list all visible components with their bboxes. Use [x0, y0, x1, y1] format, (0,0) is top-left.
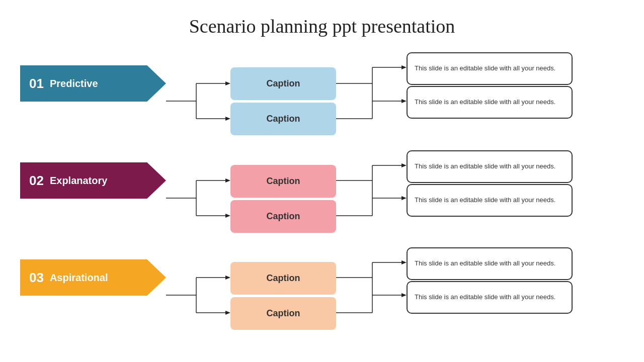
- svg-marker-19: [225, 214, 230, 218]
- caption-box-03-2: Caption: [230, 297, 336, 330]
- caption-box-02-1: Caption: [230, 165, 336, 198]
- svg-marker-9: [401, 65, 407, 69]
- arrow-shape-03: 03 Aspirational: [20, 259, 166, 296]
- svg-marker-41: [401, 293, 407, 297]
- caption-02-1: Caption: [230, 165, 336, 198]
- text-box-01-2: This slide is an editable slide with all…: [407, 86, 573, 119]
- arrow-label-03: Aspirational: [50, 272, 108, 284]
- text-box-03-2: This slide is an editable slide with all…: [407, 281, 573, 314]
- slide-title: Scenario planning ppt presentation: [20, 15, 624, 37]
- svg-marker-31: [225, 276, 230, 280]
- svg-marker-3: [225, 81, 230, 85]
- caption-02-2: Caption: [230, 200, 336, 233]
- svg-marker-23: [401, 163, 407, 167]
- arrow-number-03: 03: [29, 270, 44, 286]
- text-content-02-2: This slide is an editable slide with all…: [407, 184, 573, 217]
- arrow-shape-02: 02 Explanatory: [20, 162, 166, 199]
- caption-01-2: Caption: [230, 103, 336, 135]
- text-content-03-1: This slide is an editable slide with all…: [407, 247, 573, 280]
- svg-marker-13: [401, 99, 407, 103]
- text-box-02-1: This slide is an editable slide with all…: [407, 150, 573, 183]
- caption-box-01-2: Caption: [230, 103, 336, 135]
- arrow-number-01: 01: [29, 76, 44, 92]
- arrow-box-explanatory: 02 Explanatory: [20, 162, 166, 199]
- svg-marker-33: [225, 311, 230, 315]
- arrow-label-01: Predictive: [50, 78, 98, 89]
- caption-box-03-1: Caption: [230, 262, 336, 295]
- text-box-02-2: This slide is an editable slide with all…: [407, 184, 573, 217]
- svg-marker-5: [225, 117, 230, 121]
- arrow-box-predictive: 01 Predictive: [20, 65, 166, 102]
- text-content-01-1: This slide is an editable slide with all…: [407, 52, 573, 85]
- arrow-label-02: Explanatory: [50, 175, 107, 187]
- text-content-01-2: This slide is an editable slide with all…: [407, 86, 573, 119]
- text-content-02-1: This slide is an editable slide with all…: [407, 150, 573, 183]
- arrow-shape-01: 01 Predictive: [20, 65, 166, 102]
- caption-03-1: Caption: [230, 262, 336, 295]
- text-box-01-1: This slide is an editable slide with all…: [407, 52, 573, 85]
- caption-03-2: Caption: [230, 297, 336, 330]
- svg-marker-37: [401, 260, 407, 264]
- slide: Scenario planning ppt presentation: [0, 0, 644, 362]
- arrow-number-02: 02: [29, 173, 44, 189]
- caption-01-1: Caption: [230, 67, 336, 100]
- text-box-03-1: This slide is an editable slide with all…: [407, 247, 573, 280]
- text-content-03-2: This slide is an editable slide with all…: [407, 281, 573, 314]
- caption-box-01-1: Caption: [230, 67, 336, 100]
- svg-marker-17: [225, 178, 230, 183]
- svg-marker-27: [401, 196, 407, 200]
- caption-box-02-2: Caption: [230, 200, 336, 233]
- arrow-box-aspirational: 03 Aspirational: [20, 259, 166, 296]
